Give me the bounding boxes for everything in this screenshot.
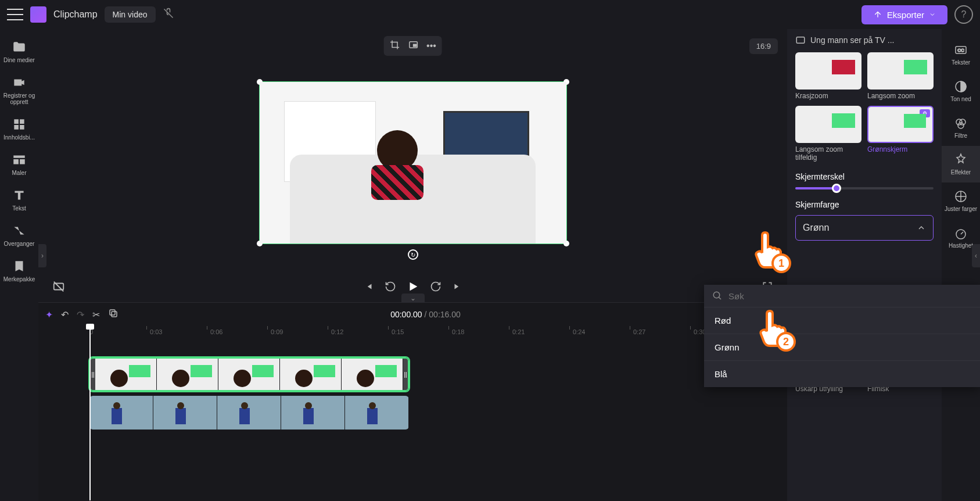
- sidebar-item-content[interactable]: Innholdsbi...: [0, 111, 38, 146]
- ruler-tick: 0:09: [271, 328, 283, 335]
- panel-title: Ung mann ser på TV ...: [810, 35, 894, 45]
- help-button[interactable]: ?: [954, 5, 973, 24]
- ai-spark-icon[interactable]: ✦: [45, 309, 53, 320]
- clip-selected[interactable]: || ||: [89, 357, 409, 391]
- preview-area: ••• 16:9 ↻: [38, 29, 787, 273]
- screencolor-label: Skjermfarge: [795, 200, 934, 209]
- ruler-tick: 0:03: [150, 328, 162, 335]
- app-name: Clipchamp: [53, 9, 98, 20]
- current-time: 00:00.00: [390, 310, 422, 319]
- left-sidebar: Dine medier Registrer og opprett Innhold…: [0, 29, 38, 501]
- sidebar-label: Merkepakke: [3, 276, 35, 282]
- svg-rect-4: [110, 310, 115, 315]
- slider-thumb[interactable]: [832, 184, 841, 193]
- collapse-timeline-icon[interactable]: ⌄: [401, 294, 425, 303]
- copy-icon[interactable]: [108, 308, 119, 321]
- effect-gronnskjerm[interactable]: ⚙ Grønnskjerm: [867, 106, 934, 162]
- sidebar-label: Registrer og opprett: [1, 92, 37, 105]
- redo-icon[interactable]: ↷: [77, 309, 84, 320]
- svg-rect-1: [413, 44, 416, 46]
- expand-right-icon[interactable]: ‹: [972, 244, 980, 267]
- screencolor-select[interactable]: Grønn: [795, 215, 934, 241]
- timeline-tracks[interactable]: 00:030:060:090:120:150:180:210:240:270:3…: [38, 326, 787, 501]
- effect-langsom-zoom-tilfeldig[interactable]: Langsom zoom tilfeldig: [795, 106, 861, 162]
- center-column: ••• 16:9 ↻: [38, 29, 787, 501]
- pip-icon[interactable]: [408, 40, 418, 52]
- sidebar-label: Overganger: [4, 241, 35, 247]
- effect-langsom-zoom[interactable]: Langsom zoom: [867, 52, 934, 100]
- effects-panel: Ung mann ser på TV ... Krasjzoom Langsom…: [787, 29, 942, 501]
- undo-icon[interactable]: ↶: [61, 309, 69, 320]
- preview-scene: [260, 82, 566, 244]
- timeline-toolbar: ✦ ↶ ↷ ✂ 00:00.00 / 00:16.00: [38, 303, 787, 326]
- playhead[interactable]: [89, 326, 91, 500]
- svg-rect-3: [112, 312, 117, 317]
- clip-grip-right[interactable]: ||: [403, 359, 408, 390]
- clip[interactable]: [89, 396, 409, 430]
- preview-toolbar: •••: [383, 36, 442, 56]
- search-icon: [712, 291, 723, 301]
- threshold-slider[interactable]: [795, 187, 934, 189]
- topbar: Clipchamp Min video Eksporter ?: [0, 0, 980, 29]
- tool-fade[interactable]: Ton ned: [942, 73, 980, 109]
- sidebar-item-templates[interactable]: Maler: [0, 146, 38, 182]
- skip-start-icon[interactable]: [364, 281, 374, 295]
- main-area: Dine medier Registrer og opprett Innhold…: [0, 29, 980, 501]
- svg-rect-7: [796, 37, 805, 44]
- tool-captions[interactable]: CC Tekster: [942, 36, 980, 73]
- project-title[interactable]: Min video: [105, 6, 156, 23]
- clipchamp-logo-icon: [30, 6, 46, 23]
- sidebar-item-brandkit[interactable]: Merkepakke: [0, 253, 38, 288]
- timeline-area: ✦ ↶ ↷ ✂ 00:00.00 / 00:16.00 00:030:060:0…: [38, 302, 787, 501]
- ruler-tick: 0:21: [512, 328, 525, 335]
- track-2[interactable]: [89, 396, 787, 430]
- color-value: Grønn: [803, 223, 829, 233]
- mute-icon[interactable]: [163, 8, 174, 22]
- clip-grip-left[interactable]: ||: [91, 359, 95, 390]
- svg-point-16: [713, 292, 720, 298]
- tool-filters[interactable]: Filtre: [942, 109, 980, 146]
- rewind-5-icon[interactable]: [385, 281, 396, 295]
- split-icon[interactable]: ✂: [92, 309, 100, 320]
- color-search[interactable]: [704, 285, 980, 307]
- svg-point-12: [960, 119, 965, 125]
- effects-grid: Krasjzoom Langsom zoom Langsom zoom tilf…: [795, 52, 934, 162]
- more-icon[interactable]: •••: [426, 41, 436, 51]
- export-label: Eksporter: [887, 10, 924, 20]
- video-canvas[interactable]: ↻: [259, 81, 567, 244]
- aspect-ratio[interactable]: 16:9: [749, 38, 778, 54]
- sidebar-label: Tekst: [12, 205, 26, 212]
- cc-off-icon[interactable]: [52, 280, 65, 296]
- tool-adjust-colors[interactable]: Juster farger: [942, 182, 980, 219]
- track-1[interactable]: || ||: [89, 357, 787, 391]
- hamburger-menu[interactable]: [7, 9, 23, 20]
- chevron-up-icon: [917, 223, 926, 232]
- rotate-handle[interactable]: ↻: [408, 249, 418, 260]
- svg-text:CC: CC: [957, 48, 964, 53]
- svg-point-13: [958, 123, 964, 128]
- ruler-tick: 0:27: [633, 328, 645, 335]
- tool-effects[interactable]: Effekter: [942, 146, 980, 182]
- panel-header: Ung mann ser på TV ...: [795, 35, 934, 45]
- sidebar-item-media[interactable]: Dine medier: [0, 34, 38, 69]
- color-option-red[interactable]: Rød: [704, 307, 980, 334]
- sidebar-label: Maler: [12, 170, 26, 176]
- search-input[interactable]: [728, 291, 972, 301]
- total-time: 00:16.00: [429, 310, 461, 319]
- ruler-tick: 0:18: [452, 328, 464, 335]
- export-button[interactable]: Eksporter: [861, 5, 947, 24]
- sidebar-item-transitions[interactable]: Overganger: [0, 217, 38, 253]
- sidebar-item-record[interactable]: Registrer og opprett: [0, 69, 38, 111]
- forward-5-icon[interactable]: [430, 281, 441, 295]
- skip-end-icon[interactable]: [452, 281, 462, 295]
- crop-icon[interactable]: [389, 40, 400, 52]
- sidebar-item-text[interactable]: Tekst: [0, 182, 38, 217]
- effect-krasjzoom[interactable]: Krasjzoom: [795, 52, 861, 100]
- color-option-blue[interactable]: Blå: [704, 360, 980, 387]
- timeline-ruler[interactable]: 00:030:060:090:120:150:180:210:240:270:3…: [89, 326, 787, 340]
- chevron-down-icon: [929, 11, 936, 18]
- color-option-green[interactable]: Grønn: [704, 334, 980, 360]
- sidebar-label: Innholdsbi...: [3, 134, 35, 141]
- ruler-tick: 0:15: [392, 328, 404, 335]
- ruler-tick: 0:06: [210, 328, 222, 335]
